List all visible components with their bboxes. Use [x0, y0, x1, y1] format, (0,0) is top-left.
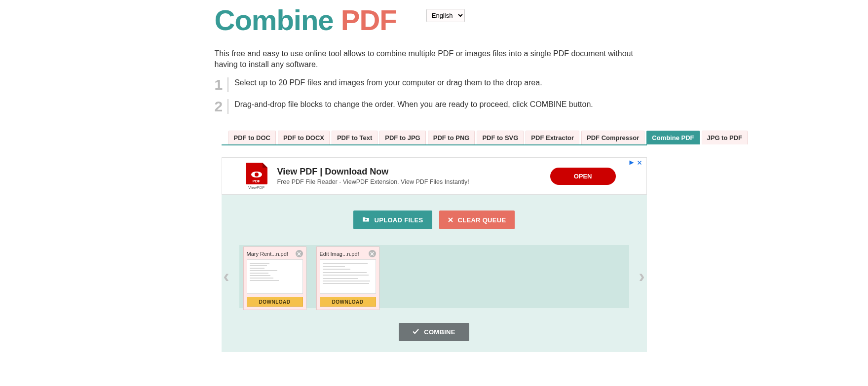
header-container: Combine PDF English This free and easy t…	[215, 0, 654, 114]
file-name: Edit Imag...n.pdf	[320, 251, 359, 257]
file-download-button[interactable]: DOWNLOAD	[247, 297, 303, 307]
ad-banner[interactable]: PDF ViewPDF View PDF | Download Now Free…	[222, 157, 647, 195]
clear-queue-button[interactable]: CLEAR QUEUE	[439, 211, 515, 229]
tab-combine-pdf[interactable]: Combine PDF	[646, 131, 699, 144]
tab-pdf-compressor[interactable]: PDF Compressor	[581, 131, 644, 144]
ad-subtitle: Free PDF File Reader - ViewPDF Extension…	[277, 178, 469, 185]
clear-label: CLEAR QUEUE	[458, 216, 506, 224]
tab-pdf-to-svg[interactable]: PDF to SVG	[477, 131, 524, 144]
tab-pdf-to-text[interactable]: PDF to Text	[332, 131, 377, 144]
step-item: 2 Drag-and-drop file blocks to change th…	[215, 99, 654, 114]
action-buttons-row: UPLOAD FILES CLEAR QUEUE	[222, 211, 647, 229]
page-description: This free and easy to use online tool al…	[215, 48, 654, 70]
ad-pdf-icon: PDF	[246, 163, 267, 184]
combine-label: COMBINE	[424, 328, 455, 336]
adchoices-icon[interactable]	[629, 160, 642, 166]
file-remove-button[interactable]	[296, 250, 303, 257]
file-card[interactable]: Edit Imag...n.pdf DOWNLOAD	[316, 246, 379, 310]
format-tabs: PDF to DOC PDF to DOCX PDF to Text PDF t…	[222, 131, 647, 145]
tab-pdf-to-docx[interactable]: PDF to DOCX	[278, 131, 330, 144]
upload-files-button[interactable]: UPLOAD FILES	[353, 211, 432, 229]
tab-pdf-extractor[interactable]: PDF Extractor	[526, 131, 579, 144]
tab-jpg-to-pdf[interactable]: JPG to PDF	[702, 131, 748, 144]
logo-part-combine: Combine	[215, 4, 341, 36]
ad-icon-sublabel: ViewPDF	[248, 185, 264, 190]
file-thumbnail	[320, 259, 376, 294]
ad-icon-wrap: PDF ViewPDF	[246, 163, 267, 190]
file-name: Mary Rent...n.pdf	[247, 251, 288, 257]
carousel-next[interactable]: ›	[639, 266, 645, 287]
step-number: 2	[215, 99, 229, 114]
upload-icon	[362, 216, 370, 224]
ad-open-button[interactable]: OPEN	[550, 168, 616, 185]
file-card[interactable]: Mary Rent...n.pdf DOWNLOAD	[243, 246, 306, 310]
ad-title: View PDF | Download Now	[277, 167, 469, 177]
file-download-button[interactable]: DOWNLOAD	[320, 297, 376, 307]
step-item: 1 Select up to 20 PDF files and images f…	[215, 77, 654, 92]
tab-pdf-to-jpg[interactable]: PDF to JPG	[379, 131, 426, 144]
site-logo: Combine PDF	[215, 6, 397, 35]
combine-button[interactable]: COMBINE	[399, 323, 469, 341]
file-strip-wrap: ‹ Mary Rent...n.pdf	[222, 245, 647, 308]
language-select[interactable]: English	[426, 9, 465, 22]
file-remove-button[interactable]	[369, 250, 376, 257]
step-number: 1	[215, 77, 229, 92]
check-icon	[413, 328, 419, 336]
work-area: PDF ViewPDF View PDF | Download Now Free…	[222, 157, 647, 352]
upload-label: UPLOAD FILES	[375, 216, 423, 224]
tab-pdf-to-doc[interactable]: PDF to DOC	[228, 131, 276, 144]
carousel-prev[interactable]: ‹	[224, 266, 229, 287]
tab-pdf-to-png[interactable]: PDF to PNG	[428, 131, 475, 144]
steps-list: 1 Select up to 20 PDF files and images f…	[215, 77, 654, 114]
step-text: Select up to 20 PDF files and images fro…	[234, 77, 542, 92]
file-drop-strip[interactable]: Mary Rent...n.pdf DOWNLOAD	[239, 245, 629, 308]
ad-text: View PDF | Download Now Free PDF File Re…	[277, 167, 469, 185]
logo-part-pdf: PDF	[341, 4, 397, 36]
file-thumbnail	[247, 259, 303, 294]
close-icon	[448, 216, 453, 224]
step-text: Drag-and-drop file blocks to change the …	[234, 99, 593, 114]
